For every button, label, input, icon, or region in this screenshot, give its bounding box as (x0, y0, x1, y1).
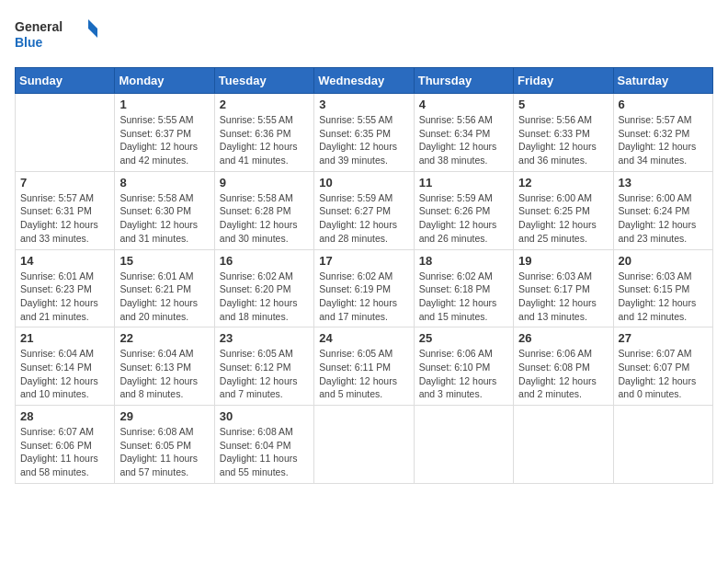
day-number: 25 (419, 331, 508, 345)
day-info: Sunrise: 5:57 AMSunset: 6:32 PMDaylight:… (619, 113, 708, 167)
day-info: Sunrise: 6:07 AMSunset: 6:07 PMDaylight:… (619, 347, 708, 401)
day-info: Sunrise: 6:01 AMSunset: 6:23 PMDaylight:… (20, 270, 109, 324)
day-header-friday: Friday (514, 68, 613, 94)
day-info: Sunrise: 5:55 AMSunset: 6:36 PMDaylight:… (220, 113, 309, 167)
day-number: 18 (419, 254, 508, 268)
day-info: Sunrise: 6:07 AMSunset: 6:06 PMDaylight:… (20, 425, 109, 479)
calendar-cell: 5Sunrise: 5:56 AMSunset: 6:33 PMDaylight… (514, 94, 613, 172)
header: General Blue (15, 15, 713, 56)
day-info: Sunrise: 5:56 AMSunset: 6:34 PMDaylight:… (419, 113, 508, 167)
day-info: Sunrise: 6:06 AMSunset: 6:10 PMDaylight:… (419, 347, 508, 401)
day-number: 26 (518, 331, 608, 345)
calendar-week-row: 1Sunrise: 5:55 AMSunset: 6:37 PMDaylight… (16, 94, 713, 172)
day-number: 7 (20, 176, 109, 190)
header-row: SundayMondayTuesdayWednesdayThursdayFrid… (16, 68, 713, 94)
day-number: 11 (419, 176, 508, 190)
calendar-table: SundayMondayTuesdayWednesdayThursdayFrid… (15, 67, 713, 484)
day-header-sunday: Sunday (16, 68, 115, 94)
calendar-cell: 16Sunrise: 6:02 AMSunset: 6:20 PMDayligh… (214, 249, 313, 327)
calendar-cell: 23Sunrise: 6:05 AMSunset: 6:12 PMDayligh… (214, 327, 313, 406)
calendar-cell: 9Sunrise: 5:58 AMSunset: 6:28 PMDaylight… (214, 171, 313, 249)
calendar-cell: 20Sunrise: 6:03 AMSunset: 6:15 PMDayligh… (613, 249, 712, 327)
day-number: 10 (319, 176, 408, 190)
day-info: Sunrise: 5:59 AMSunset: 6:26 PMDaylight:… (419, 191, 508, 246)
calendar-week-row: 14Sunrise: 6:01 AMSunset: 6:23 PMDayligh… (16, 249, 713, 327)
calendar-cell: 4Sunrise: 5:56 AMSunset: 6:34 PMDaylight… (414, 94, 513, 172)
calendar-cell (613, 406, 712, 484)
day-number: 17 (319, 254, 408, 268)
calendar-week-row: 21Sunrise: 6:04 AMSunset: 6:14 PMDayligh… (16, 327, 713, 406)
day-number: 20 (619, 254, 708, 268)
day-number: 27 (619, 331, 708, 345)
day-info: Sunrise: 6:02 AMSunset: 6:18 PMDaylight:… (419, 270, 508, 324)
day-info: Sunrise: 6:01 AMSunset: 6:21 PMDaylight:… (119, 270, 209, 324)
calendar-cell: 17Sunrise: 6:02 AMSunset: 6:19 PMDayligh… (314, 249, 414, 327)
calendar-cell: 3Sunrise: 5:55 AMSunset: 6:35 PMDaylight… (314, 94, 414, 172)
day-number: 3 (319, 98, 408, 111)
day-number: 5 (518, 98, 608, 111)
day-number: 16 (220, 254, 309, 268)
calendar-week-row: 7Sunrise: 5:57 AMSunset: 6:31 PMDaylight… (16, 171, 713, 249)
day-info: Sunrise: 6:00 AMSunset: 6:24 PMDaylight:… (619, 191, 708, 246)
calendar-cell (314, 406, 414, 484)
svg-marker-2 (88, 19, 97, 29)
day-info: Sunrise: 6:05 AMSunset: 6:12 PMDaylight:… (220, 347, 309, 401)
calendar-cell: 11Sunrise: 5:59 AMSunset: 6:26 PMDayligh… (414, 171, 513, 249)
logo: General Blue (15, 15, 97, 56)
calendar-cell: 26Sunrise: 6:06 AMSunset: 6:08 PMDayligh… (514, 327, 613, 406)
day-info: Sunrise: 5:55 AMSunset: 6:37 PMDaylight:… (119, 113, 209, 167)
day-number: 23 (220, 331, 309, 345)
day-number: 1 (119, 98, 209, 111)
day-header-thursday: Thursday (414, 68, 513, 94)
day-header-saturday: Saturday (613, 68, 712, 94)
day-number: 30 (220, 409, 309, 423)
day-header-monday: Monday (115, 68, 214, 94)
day-number: 4 (419, 98, 508, 111)
day-number: 2 (220, 98, 309, 111)
calendar-cell: 30Sunrise: 6:08 AMSunset: 6:04 PMDayligh… (214, 406, 313, 484)
day-info: Sunrise: 6:04 AMSunset: 6:13 PMDaylight:… (119, 347, 209, 401)
calendar-cell: 21Sunrise: 6:04 AMSunset: 6:14 PMDayligh… (16, 327, 115, 406)
calendar-cell: 12Sunrise: 6:00 AMSunset: 6:25 PMDayligh… (514, 171, 613, 249)
logo-svg: General Blue (15, 15, 97, 56)
day-info: Sunrise: 6:03 AMSunset: 6:17 PMDaylight:… (518, 270, 608, 324)
day-header-wednesday: Wednesday (314, 68, 414, 94)
day-number: 8 (119, 176, 209, 190)
day-info: Sunrise: 5:57 AMSunset: 6:31 PMDaylight:… (20, 191, 109, 246)
calendar-cell: 10Sunrise: 5:59 AMSunset: 6:27 PMDayligh… (314, 171, 414, 249)
day-info: Sunrise: 6:05 AMSunset: 6:11 PMDaylight:… (319, 347, 408, 401)
calendar-week-row: 28Sunrise: 6:07 AMSunset: 6:06 PMDayligh… (16, 406, 713, 484)
day-info: Sunrise: 6:00 AMSunset: 6:25 PMDaylight:… (518, 191, 608, 246)
calendar-cell: 24Sunrise: 6:05 AMSunset: 6:11 PMDayligh… (314, 327, 414, 406)
day-info: Sunrise: 6:08 AMSunset: 6:04 PMDaylight:… (220, 425, 309, 479)
day-number: 28 (20, 409, 109, 423)
calendar-cell: 25Sunrise: 6:06 AMSunset: 6:10 PMDayligh… (414, 327, 513, 406)
calendar-cell: 14Sunrise: 6:01 AMSunset: 6:23 PMDayligh… (16, 249, 115, 327)
calendar-cell: 18Sunrise: 6:02 AMSunset: 6:18 PMDayligh… (414, 249, 513, 327)
calendar-cell: 7Sunrise: 5:57 AMSunset: 6:31 PMDaylight… (16, 171, 115, 249)
calendar-cell (414, 406, 513, 484)
day-info: Sunrise: 6:03 AMSunset: 6:15 PMDaylight:… (619, 270, 708, 324)
calendar-cell: 22Sunrise: 6:04 AMSunset: 6:13 PMDayligh… (115, 327, 214, 406)
day-info: Sunrise: 5:58 AMSunset: 6:28 PMDaylight:… (220, 191, 309, 246)
day-info: Sunrise: 5:58 AMSunset: 6:30 PMDaylight:… (119, 191, 209, 246)
calendar-cell: 6Sunrise: 5:57 AMSunset: 6:32 PMDaylight… (613, 94, 712, 172)
day-info: Sunrise: 6:06 AMSunset: 6:08 PMDaylight:… (518, 347, 608, 401)
calendar-cell: 19Sunrise: 6:03 AMSunset: 6:17 PMDayligh… (514, 249, 613, 327)
day-number: 14 (20, 254, 109, 268)
day-info: Sunrise: 5:59 AMSunset: 6:27 PMDaylight:… (319, 191, 408, 246)
calendar-cell: 15Sunrise: 6:01 AMSunset: 6:21 PMDayligh… (115, 249, 214, 327)
calendar-cell: 1Sunrise: 5:55 AMSunset: 6:37 PMDaylight… (115, 94, 214, 172)
calendar-cell: 8Sunrise: 5:58 AMSunset: 6:30 PMDaylight… (115, 171, 214, 249)
day-number: 19 (518, 254, 608, 268)
svg-text:Blue: Blue (15, 35, 43, 50)
calendar-cell: 27Sunrise: 6:07 AMSunset: 6:07 PMDayligh… (613, 327, 712, 406)
day-info: Sunrise: 6:04 AMSunset: 6:14 PMDaylight:… (20, 347, 109, 401)
day-number: 24 (319, 331, 408, 345)
day-number: 9 (220, 176, 309, 190)
svg-text:General: General (15, 19, 63, 34)
svg-marker-3 (88, 29, 97, 38)
calendar-cell: 2Sunrise: 5:55 AMSunset: 6:36 PMDaylight… (214, 94, 313, 172)
day-info: Sunrise: 6:02 AMSunset: 6:20 PMDaylight:… (220, 270, 309, 324)
calendar-cell: 13Sunrise: 6:00 AMSunset: 6:24 PMDayligh… (613, 171, 712, 249)
